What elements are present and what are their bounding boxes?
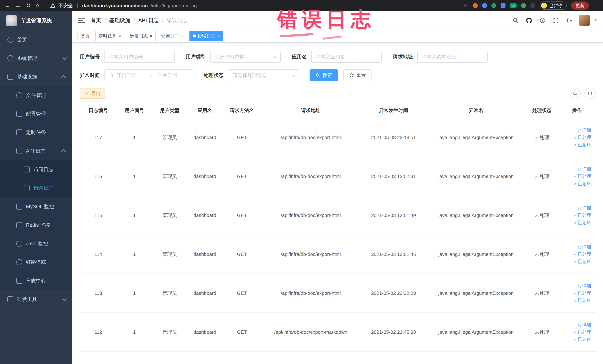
detail-link[interactable]: ◎详细 <box>560 282 591 290</box>
detail-link[interactable]: ◎详细 <box>560 165 591 173</box>
breadcrumb-item[interactable]: API 日志 <box>138 17 159 24</box>
log-center-icon <box>16 278 22 284</box>
mark-processed-link[interactable]: ✓已处理 <box>560 329 591 336</box>
mark-ignored-link[interactable]: ✓已忽略 <box>560 141 591 148</box>
redis-icon <box>16 222 22 228</box>
extension-icon[interactable] <box>473 3 478 8</box>
extension-icon[interactable] <box>530 3 535 8</box>
cell-user-id: 1 <box>117 313 152 352</box>
toggle-search-button[interactable] <box>570 88 581 99</box>
tab-error-log[interactable]: 错误日志 × <box>189 31 223 41</box>
close-icon[interactable]: × <box>217 34 220 38</box>
cell-url: /api/infra/db-doc/export-html <box>261 235 360 274</box>
bookmark-star-icon[interactable]: ☆ <box>464 3 468 8</box>
col-log-id: 日志编号 <box>80 103 117 118</box>
close-icon[interactable]: × <box>118 34 121 38</box>
breadcrumb-item[interactable]: 基础设施 <box>109 17 130 24</box>
tab-scheduled-tasks[interactable]: 定时任务 × <box>95 31 124 41</box>
app-name-input[interactable] <box>311 51 382 63</box>
close-icon[interactable]: × <box>181 34 184 38</box>
user-id-input[interactable] <box>104 51 175 63</box>
avatar[interactable] <box>579 15 590 26</box>
sidebar-item-label: 首页 <box>17 36 27 43</box>
fullscreen-icon[interactable] <box>553 17 559 23</box>
user-type-select[interactable]: 请选择用户类型 <box>210 51 281 63</box>
tab-label: 调度日志 <box>130 33 148 39</box>
mark-processed-link[interactable]: ✓已处理 <box>560 251 591 258</box>
caret-down-icon[interactable] <box>594 20 597 21</box>
help-icon[interactable] <box>539 17 546 23</box>
tab-home[interactable]: 首页 <box>78 31 93 41</box>
detail-link[interactable]: ◎详细 <box>560 244 591 251</box>
cell-url: /api/infra/db-doc/export-html <box>261 118 360 157</box>
cell-status: 未处理 <box>525 118 558 157</box>
tab-access-log[interactable]: 访问日志 × <box>158 31 187 41</box>
cell-log-id: 117 <box>80 118 117 157</box>
tags-view: 首页 定时任务 × 调度日志 × 访问日志 × 错误日志 × <box>72 30 603 43</box>
mark-processed-link[interactable]: ✓已处理 <box>560 212 591 219</box>
breadcrumb-item[interactable]: 首页 <box>91 17 101 24</box>
detail-link[interactable]: ◎详细 <box>560 205 591 212</box>
mark-ignored-link[interactable]: ✓已忽略 <box>560 336 591 343</box>
sidebar-item-config-management[interactable]: 配置管理 <box>0 105 72 123</box>
mark-ignored-link[interactable]: ✓已忽略 <box>560 219 591 226</box>
cell-time: 2021-05-02 23:32:28 <box>360 274 427 313</box>
sidebar-item-trace[interactable]: 链路追踪 <box>0 253 72 271</box>
search-button[interactable]: 搜索 <box>310 69 338 81</box>
mark-processed-link[interactable]: ✓已处理 <box>560 173 591 180</box>
sidebar-item-infrastructure[interactable]: 基础设施 <box>0 68 72 86</box>
close-icon[interactable]: × <box>150 34 152 38</box>
sidebar-item-access-log[interactable]: 访问日志 <box>0 160 72 179</box>
sidebar-item-mysql-monitor[interactable]: MySQL 监控 <box>0 197 72 216</box>
sidebar-item-file-management[interactable]: 文件管理 <box>0 86 72 105</box>
sidebar-item-java-monitor[interactable]: Java 监控 <box>0 234 72 253</box>
mark-processed-link[interactable]: ✓已处理 <box>560 134 591 141</box>
detail-link[interactable]: ◎详细 <box>560 321 591 329</box>
mark-ignored-link[interactable]: ✓已忽略 <box>560 297 591 304</box>
col-status: 处理状态 <box>525 103 558 118</box>
sidebar-item-dev-tools[interactable]: 研发工具 <box>0 290 72 309</box>
font-size-icon[interactable]: TT <box>566 17 572 23</box>
export-button[interactable]: 导出 <box>80 88 105 99</box>
hamburger-icon[interactable] <box>78 18 85 23</box>
reset-button[interactable]: 重置 <box>343 69 372 81</box>
sidebar-item-redis-monitor[interactable]: Redis 监控 <box>0 216 72 234</box>
update-button[interactable]: 更新 <box>571 1 589 10</box>
reload-icon[interactable]: ↻ <box>26 3 31 8</box>
request-url-input[interactable] <box>417 51 488 63</box>
extension-icon[interactable] <box>491 3 496 8</box>
tab-schedule-log[interactable]: 调度日志 × <box>127 31 156 41</box>
extension-icon[interactable] <box>482 3 487 8</box>
sidebar-item-label: 系统管理 <box>17 55 37 61</box>
home-icon[interactable]: ⌂ <box>36 3 39 8</box>
back-icon[interactable]: ← <box>4 3 10 8</box>
sidebar-item-scheduled-tasks[interactable]: 定时任务 <box>0 123 72 142</box>
mark-processed-link[interactable]: ✓已处理 <box>560 290 591 297</box>
detail-link[interactable]: ◎详细 <box>560 127 591 134</box>
sidebar-item-api-logs[interactable]: API 日志 <box>0 142 72 160</box>
sidebar-item-home[interactable]: 首页 <box>0 30 72 49</box>
cell-time: 2021-05-02 21:45:28 <box>360 313 427 352</box>
sidebar-item-log-center[interactable]: 日志中心 <box>0 271 72 290</box>
cell-user-type: 管理员 <box>152 313 187 352</box>
sidebar-item-error-log[interactable]: 错误日志 <box>0 179 72 197</box>
menu-kebab-icon[interactable]: ⋮ <box>593 3 599 9</box>
address-bar[interactable]: 不安全 dashboard.yudao.iocoder.cn/infra/log… <box>50 2 197 9</box>
profile-paused-chip[interactable]: 已暂停 <box>540 1 567 10</box>
mark-ignored-link[interactable]: ✓已忽略 <box>560 180 591 187</box>
refresh-table-button[interactable] <box>584 88 596 99</box>
chevron-down-icon <box>62 296 67 301</box>
extension-on-icon[interactable]: on <box>510 3 517 8</box>
forward-icon[interactable]: → <box>15 3 21 8</box>
sidebar-item-system-management[interactable]: 系统管理 <box>0 49 72 68</box>
cell-url: /api/infra/db-doc/export-html <box>261 157 360 196</box>
search-icon[interactable] <box>512 17 519 23</box>
github-icon[interactable] <box>526 17 532 24</box>
extension-icon[interactable] <box>501 3 506 8</box>
status-select[interactable]: 请选择处理状态 <box>228 69 299 81</box>
extension-icon[interactable] <box>521 3 526 8</box>
mark-ignored-link[interactable]: ✓已忽略 <box>560 258 591 265</box>
app-logo: 芋道管理系统 <box>0 11 72 30</box>
refresh-icon <box>349 73 354 78</box>
date-range-picker[interactable]: 开始日期 - 结束日期 <box>104 69 192 81</box>
